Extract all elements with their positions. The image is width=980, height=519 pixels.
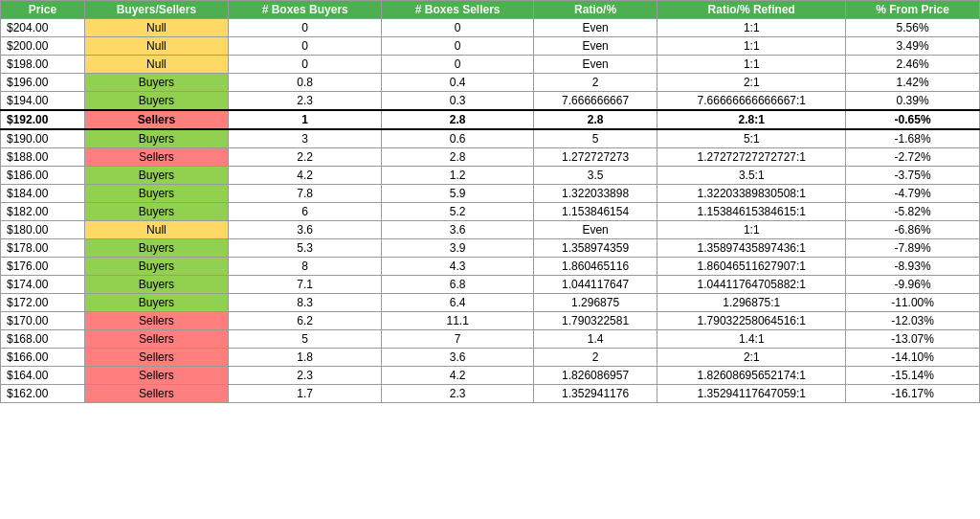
box-buyers-cell: 0: [228, 19, 382, 37]
price-cell: $170.00: [1, 312, 85, 330]
from-price-cell: -5.82%: [846, 203, 980, 221]
from-price-cell: 3.49%: [846, 37, 980, 56]
type-cell: Buyers: [84, 203, 228, 221]
box-sellers-cell: 6.4: [382, 294, 533, 312]
ratio-cell: 2.8: [533, 110, 657, 129]
box-sellers-cell: 0: [382, 56, 533, 74]
table-row: $176.00Buyers84.31.8604651161.8604651162…: [1, 258, 980, 276]
column-header: # Boxes Buyers: [228, 1, 382, 19]
ratio-cell: 5: [533, 129, 657, 148]
box-sellers-cell: 2.3: [382, 385, 533, 403]
from-price-cell: -9.96%: [846, 276, 980, 294]
price-cell: $174.00: [1, 276, 85, 294]
from-price-cell: -14.10%: [846, 349, 980, 367]
box-sellers-cell: 0.4: [382, 74, 533, 92]
type-cell: Sellers: [84, 367, 228, 385]
type-cell: Buyers: [84, 167, 228, 185]
from-price-cell: -1.68%: [846, 129, 980, 148]
box-buyers-cell: 2.3: [228, 367, 382, 385]
price-cell: $162.00: [1, 385, 85, 403]
column-header: Price: [1, 1, 85, 19]
type-cell: Sellers: [84, 148, 228, 167]
type-cell: Sellers: [84, 385, 228, 403]
price-cell: $164.00: [1, 367, 85, 385]
box-buyers-cell: 7.8: [228, 185, 382, 203]
box-sellers-cell: 0: [382, 37, 533, 56]
price-cell: $194.00: [1, 92, 85, 111]
box-buyers-cell: 3: [228, 129, 382, 148]
column-header: Ratio/% Refined: [657, 1, 846, 19]
table-row: $196.00Buyers0.80.422:11.42%: [1, 74, 980, 92]
box-buyers-cell: 2.2: [228, 148, 382, 167]
ratio-cell: Even: [533, 19, 657, 37]
column-header: Buyers/Sellers: [84, 1, 228, 19]
box-buyers-cell: 2.3: [228, 92, 382, 111]
type-cell: Buyers: [84, 92, 228, 111]
box-buyers-cell: 0.8: [228, 74, 382, 92]
box-buyers-cell: 3.6: [228, 221, 382, 239]
ratio-refined-cell: 7.66666666666667:1: [657, 92, 846, 111]
ratio-cell: 1.272727273: [533, 148, 657, 167]
from-price-cell: -12.03%: [846, 312, 980, 330]
ratio-cell: 1.044117647: [533, 276, 657, 294]
from-price-cell: -13.07%: [846, 330, 980, 349]
price-cell: $188.00: [1, 148, 85, 167]
ratio-refined-cell: 1.15384615384615:1: [657, 203, 846, 221]
box-buyers-cell: 1.7: [228, 385, 382, 403]
price-cell: $190.00: [1, 129, 85, 148]
price-cell: $168.00: [1, 330, 85, 349]
ratio-cell: 1.296875: [533, 294, 657, 312]
price-cell: $184.00: [1, 185, 85, 203]
box-sellers-cell: 7: [382, 330, 533, 349]
price-cell: $172.00: [1, 294, 85, 312]
type-cell: Buyers: [84, 239, 228, 258]
table-row: $178.00Buyers5.33.91.3589743591.35897435…: [1, 239, 980, 258]
table-row: $190.00Buyers30.655:1-1.68%: [1, 129, 980, 148]
ratio-cell: 1.860465116: [533, 258, 657, 276]
ratio-refined-cell: 1.35897435897436:1: [657, 239, 846, 258]
ratio-refined-cell: 1:1: [657, 56, 846, 74]
type-cell: Sellers: [84, 330, 228, 349]
price-table: PriceBuyers/Sellers# Boxes Buyers# Boxes…: [0, 0, 980, 403]
ratio-refined-cell: 2:1: [657, 74, 846, 92]
table-row: $204.00Null00Even1:15.56%: [1, 19, 980, 37]
box-sellers-cell: 5.2: [382, 203, 533, 221]
price-cell: $204.00: [1, 19, 85, 37]
price-cell: $200.00: [1, 37, 85, 56]
type-cell: Null: [84, 221, 228, 239]
column-header: Ratio/%: [533, 1, 657, 19]
box-sellers-cell: 1.2: [382, 167, 533, 185]
box-buyers-cell: 0: [228, 37, 382, 56]
type-cell: Buyers: [84, 276, 228, 294]
ratio-cell: 3.5: [533, 167, 657, 185]
box-buyers-cell: 7.1: [228, 276, 382, 294]
box-buyers-cell: 8.3: [228, 294, 382, 312]
ratio-refined-cell: 1.35294117647059:1: [657, 385, 846, 403]
table-row: $172.00Buyers8.36.41.2968751.296875:1-11…: [1, 294, 980, 312]
type-cell: Null: [84, 37, 228, 56]
box-buyers-cell: 5: [228, 330, 382, 349]
table-row: $164.00Sellers2.34.21.8260869571.8260869…: [1, 367, 980, 385]
table-row: $198.00Null00Even1:12.46%: [1, 56, 980, 74]
ratio-refined-cell: 1.296875:1: [657, 294, 846, 312]
table-row: $166.00Sellers1.83.622:1-14.10%: [1, 349, 980, 367]
from-price-cell: -3.75%: [846, 167, 980, 185]
box-buyers-cell: 4.2: [228, 167, 382, 185]
ratio-refined-cell: 1:1: [657, 37, 846, 56]
box-buyers-cell: 1.8: [228, 349, 382, 367]
box-sellers-cell: 5.9: [382, 185, 533, 203]
ratio-cell: Even: [533, 221, 657, 239]
from-price-cell: -2.72%: [846, 148, 980, 167]
table-row: $200.00Null00Even1:13.49%: [1, 37, 980, 56]
box-sellers-cell: 3.9: [382, 239, 533, 258]
box-sellers-cell: 6.8: [382, 276, 533, 294]
type-cell: Buyers: [84, 129, 228, 148]
box-sellers-cell: 3.6: [382, 221, 533, 239]
from-price-cell: 5.56%: [846, 19, 980, 37]
from-price-cell: -6.86%: [846, 221, 980, 239]
box-buyers-cell: 8: [228, 258, 382, 276]
from-price-cell: -15.14%: [846, 367, 980, 385]
box-buyers-cell: 1: [228, 110, 382, 129]
from-price-cell: -4.79%: [846, 185, 980, 203]
ratio-cell: 1.790322581: [533, 312, 657, 330]
